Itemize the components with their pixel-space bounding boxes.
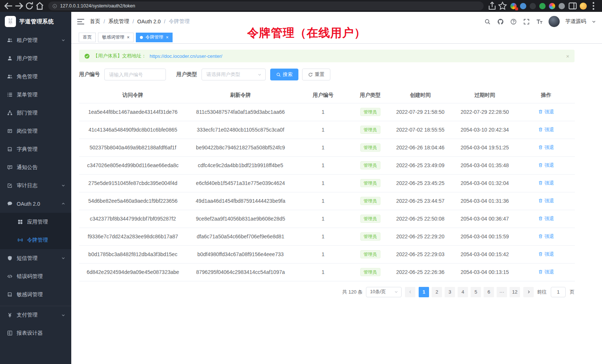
side-panel-icon[interactable] xyxy=(568,1,578,11)
share-icon[interactable] xyxy=(487,1,497,11)
sidebar-item-dept-mgmt[interactable]: 部门管理 xyxy=(0,104,71,122)
user-id-cell: 1 xyxy=(294,103,352,121)
access-token-cell: 275e5de9151045fe87cbdc395e004f4d xyxy=(79,174,187,192)
table-row: 1ea5e44f8bc1467aaede43144f31de76811c5304… xyxy=(79,103,575,121)
extension-pinwheel-icon[interactable] xyxy=(510,3,517,9)
page-button-5[interactable]: 5 xyxy=(471,287,481,297)
table-row: b0d1785bc3a8482f812db4a3f3bd15ecb0df4980… xyxy=(79,245,575,263)
force-logout-button[interactable]: 强退 xyxy=(538,144,554,151)
page-button-6[interactable]: 6 xyxy=(484,287,494,297)
tab-token[interactable]: 令牌管理× xyxy=(136,33,173,42)
sidebar-item-role-mgmt[interactable]: 角色管理 xyxy=(0,67,71,86)
doc-link[interactable]: https://doc.iocoder.cn/user-center/ xyxy=(150,53,222,59)
url-bar[interactable]: 127.0.0.1:1024/system/oauth2/token xyxy=(48,1,484,10)
force-logout-button[interactable]: 强退 xyxy=(538,126,554,133)
user-name[interactable]: 芋道源码 xyxy=(565,18,586,25)
more-pages-button[interactable]: ··· xyxy=(497,287,507,297)
sidebar-item-post-mgmt[interactable]: 岗位管理 xyxy=(0,122,71,140)
sidebar-item-app-mgmt[interactable]: 应用管理 xyxy=(0,213,71,231)
fullscreen-icon[interactable] xyxy=(523,18,530,25)
goto-page-input[interactable] xyxy=(551,287,566,297)
action-cell: 强退 xyxy=(517,174,575,192)
extension-blue-icon[interactable] xyxy=(520,3,526,9)
github-icon[interactable] xyxy=(497,18,504,25)
close-icon[interactable]: × xyxy=(166,35,169,40)
chevron-down-icon[interactable] xyxy=(592,19,596,24)
sidebar-item-error-code-mgmt[interactable]: 错误码管理 xyxy=(0,267,71,285)
sidebar-item-audit-log[interactable]: 审计日志 xyxy=(0,176,71,195)
user-type-cell: 管理员 xyxy=(352,139,389,156)
extension-dark-icon[interactable] xyxy=(530,3,536,9)
breadcrumb-item[interactable]: 系统管理 xyxy=(108,18,129,25)
force-logout-button[interactable]: 强退 xyxy=(538,198,554,204)
annotation-text: 令牌管理（在线用户） xyxy=(247,25,366,41)
sidebar-item-label: 报表设计器 xyxy=(17,330,43,337)
reload-icon[interactable] xyxy=(24,1,34,11)
prev-page-button[interactable] xyxy=(405,287,415,297)
table-row: 6d842e2924594de9a09e45e087323abe8796295f… xyxy=(79,263,575,281)
sidebar-item-token-mgmt[interactable]: 令牌管理 xyxy=(0,231,71,249)
force-logout-button[interactable]: 强退 xyxy=(538,269,554,275)
extension-rainbow-icon[interactable] xyxy=(549,3,555,9)
user-id-input[interactable] xyxy=(104,69,166,80)
created-time-cell: 2022-06-26 18:04:46 xyxy=(389,139,452,156)
force-logout-button[interactable]: 强退 xyxy=(538,180,554,186)
sidebar-item-report-designer[interactable]: 报表设计器 xyxy=(0,324,71,342)
sidebar-item-payment-mgmt[interactable]: 支付管理 xyxy=(0,306,71,324)
user-type-tag: 管理员 xyxy=(360,268,380,276)
page-button-4[interactable]: 4 xyxy=(458,287,468,297)
collapse-sidebar-icon[interactable] xyxy=(76,17,85,26)
user-avatar[interactable] xyxy=(549,16,560,27)
extension-green-icon[interactable] xyxy=(539,3,546,9)
page-button-12[interactable]: 12 xyxy=(510,287,520,297)
search-icon[interactable] xyxy=(484,18,491,25)
back-icon[interactable] xyxy=(4,1,13,11)
page-button-1[interactable]: 1 xyxy=(419,287,429,297)
tab-home[interactable]: 首页 xyxy=(79,33,96,42)
search-button[interactable]: 搜索 xyxy=(270,69,298,80)
sidebar-item-notice-mgmt[interactable]: 通知公告 xyxy=(0,158,71,176)
next-page-button[interactable] xyxy=(523,287,534,297)
breadcrumb-item[interactable]: 首页 xyxy=(90,18,100,25)
breadcrumb-item[interactable]: OAuth 2.0 xyxy=(137,19,161,24)
sidebar-item-menu-mgmt[interactable]: 菜单管理 xyxy=(0,86,71,104)
extension-gray-icon[interactable] xyxy=(559,3,565,9)
user-type-cell: 管理员 xyxy=(352,156,389,174)
force-logout-button[interactable]: 强退 xyxy=(538,233,554,240)
trash-icon xyxy=(538,109,543,114)
sidebar-item-sms-mgmt[interactable]: 短信管理 xyxy=(0,249,71,267)
force-logout-button[interactable]: 强退 xyxy=(538,162,554,169)
user-type-select[interactable]: 请选择用户类型 xyxy=(202,69,266,80)
app-logo[interactable]: 芋道管理系统 xyxy=(0,12,71,31)
sidebar-item-sensitive-word-mgmt[interactable]: 敏感词管理 xyxy=(0,285,71,304)
action-cell: 强退 xyxy=(517,192,575,210)
info-icon[interactable] xyxy=(52,4,57,9)
created-time-cell: 2022-06-25 22:50:08 xyxy=(389,210,452,228)
sidebar-item-oauth2[interactable]: OAuth 2.0 xyxy=(0,195,71,213)
sidebar-item-label: 租户管理 xyxy=(17,37,37,44)
close-icon[interactable]: × xyxy=(566,53,569,59)
close-icon[interactable]: × xyxy=(127,35,130,40)
user-type-tag: 管理员 xyxy=(360,197,380,205)
sidebar-item-tenant-mgmt[interactable]: 租户管理 xyxy=(0,31,71,49)
tab-sensitive-word[interactable]: 敏感词管理× xyxy=(98,33,134,42)
user-icon xyxy=(7,56,13,61)
page-button-2[interactable]: 2 xyxy=(432,287,442,297)
forward-icon[interactable] xyxy=(14,1,24,11)
reset-button[interactable]: 重置 xyxy=(302,69,330,80)
force-logout-button[interactable]: 强退 xyxy=(538,251,554,258)
force-logout-button[interactable]: 强退 xyxy=(538,215,554,222)
browser-menu-icon[interactable] xyxy=(589,1,598,11)
extensions-area xyxy=(508,3,567,9)
sidebar-menu: 租户管理用户管理角色管理菜单管理部门管理岗位管理字典管理通知公告审计日志OAut… xyxy=(0,31,71,342)
home-icon[interactable] xyxy=(35,1,45,11)
help-icon[interactable] xyxy=(510,18,517,25)
sidebar-item-dict-mgmt[interactable]: 字典管理 xyxy=(0,140,71,158)
force-logout-button[interactable]: 强退 xyxy=(538,109,554,115)
sidebar-item-user-mgmt[interactable]: 用户管理 xyxy=(0,49,71,67)
font-size-icon[interactable] xyxy=(536,18,543,25)
browser-profile-avatar[interactable] xyxy=(578,1,588,11)
bookmark-star-icon[interactable] xyxy=(498,1,507,11)
page-button-3[interactable]: 3 xyxy=(445,287,455,297)
page-size-select[interactable]: 10条/页 xyxy=(366,287,402,297)
